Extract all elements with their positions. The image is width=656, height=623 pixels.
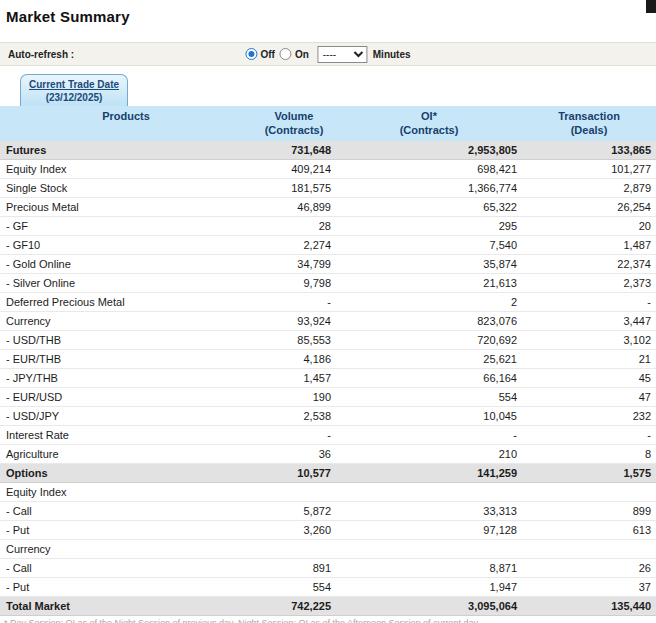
- table-row: - Put5541,94737: [0, 578, 656, 597]
- cell-volume: [252, 540, 336, 559]
- cell-deals: 47: [522, 388, 656, 407]
- auto-refresh-on-option[interactable]: On: [280, 48, 309, 60]
- page-title: Market Summary: [6, 8, 648, 25]
- cell-volume: 731,648: [252, 141, 336, 160]
- cell-product: - USD/THB: [0, 331, 252, 350]
- cell-deals: 613: [522, 521, 656, 540]
- cell-oi: 1,947: [336, 578, 522, 597]
- cell-product: Precious Metal: [0, 198, 252, 217]
- cell-oi: 97,128: [336, 521, 522, 540]
- cell-oi: 210: [336, 445, 522, 464]
- cell-deals: 26: [522, 559, 656, 578]
- cell-oi: 2: [336, 293, 522, 312]
- table-row: Currency: [0, 540, 656, 559]
- cell-volume: 409,214: [252, 160, 336, 179]
- cell-oi: 141,259: [336, 464, 522, 483]
- table-header-row: ProductsVolume(Contracts)OI*(Contracts)T…: [0, 106, 656, 141]
- cell-oi: 823,076: [336, 312, 522, 331]
- cell-volume: [252, 483, 336, 502]
- auto-refresh-off-label: Off: [260, 49, 274, 60]
- cell-volume: 181,575: [252, 179, 336, 198]
- table-row: - Call5,87233,313899: [0, 502, 656, 521]
- table-row: Currency93,924823,0763,447: [0, 312, 656, 331]
- auto-refresh-on-radio[interactable]: [280, 48, 292, 60]
- cell-volume: -: [252, 426, 336, 445]
- cell-oi: 295: [336, 217, 522, 236]
- cell-deals: 26,254: [522, 198, 656, 217]
- cell-deals: 20: [522, 217, 656, 236]
- cell-deals: 899: [522, 502, 656, 521]
- cell-product: - EUR/USD: [0, 388, 252, 407]
- cell-product: - Call: [0, 559, 252, 578]
- cell-deals: 2,879: [522, 179, 656, 198]
- cell-volume: 1,457: [252, 369, 336, 388]
- cell-volume: 10,577: [252, 464, 336, 483]
- cell-product: Interest Rate: [0, 426, 252, 445]
- cell-product: Options: [0, 464, 252, 483]
- column-header: OI*(Contracts): [336, 106, 522, 141]
- table-row: - USD/JPY2,53810,045232: [0, 407, 656, 426]
- table-body: Futures731,6482,953,805133,865Equity Ind…: [0, 141, 656, 616]
- cell-volume: 891: [252, 559, 336, 578]
- auto-refresh-label: Auto-refresh :: [8, 49, 74, 60]
- title-bar: Market Summary: [0, 0, 656, 42]
- minutes-select[interactable]: ----: [318, 46, 368, 63]
- table-row: Deferred Precious Metal-2-: [0, 293, 656, 312]
- corner-icon: [646, 0, 656, 13]
- table-row: - USD/THB85,553720,6923,102: [0, 331, 656, 350]
- cell-product: - GF10: [0, 236, 252, 255]
- table-row: Options10,577141,2591,575: [0, 464, 656, 483]
- cell-deals: [522, 540, 656, 559]
- cell-volume: 46,899: [252, 198, 336, 217]
- cell-oi: -: [336, 426, 522, 445]
- cell-volume: 190: [252, 388, 336, 407]
- table-row: Single Stock181,5751,366,7742,879: [0, 179, 656, 198]
- cell-oi: 35,874: [336, 255, 522, 274]
- cell-deals: [522, 483, 656, 502]
- table-row: - GF102,2747,5401,487: [0, 236, 656, 255]
- auto-refresh-off-radio[interactable]: [245, 48, 257, 60]
- cell-deals: -: [522, 426, 656, 445]
- cell-oi: 21,613: [336, 274, 522, 293]
- cell-volume: 742,225: [252, 597, 336, 616]
- cell-product: Deferred Precious Metal: [0, 293, 252, 312]
- cell-deals: 101,277: [522, 160, 656, 179]
- cell-oi: 2,953,805: [336, 141, 522, 160]
- cell-oi: 8,871: [336, 559, 522, 578]
- cell-deals: 45: [522, 369, 656, 388]
- cell-oi: 66,164: [336, 369, 522, 388]
- cell-volume: 9,798: [252, 274, 336, 293]
- cell-volume: 2,274: [252, 236, 336, 255]
- cell-volume: -: [252, 293, 336, 312]
- cell-deals: 135,440: [522, 597, 656, 616]
- cell-volume: 93,924: [252, 312, 336, 331]
- cell-volume: 2,538: [252, 407, 336, 426]
- column-header: Transaction(Deals): [522, 106, 656, 141]
- cell-volume: 5,872: [252, 502, 336, 521]
- cell-oi: 720,692: [336, 331, 522, 350]
- cell-volume: 554: [252, 578, 336, 597]
- table-row: - Gold Online34,79935,87422,374: [0, 255, 656, 274]
- auto-refresh-off-option[interactable]: Off: [245, 48, 274, 60]
- cell-deals: -: [522, 293, 656, 312]
- tab-current-trade-date[interactable]: Current Trade Date (23/12/2025): [20, 74, 128, 106]
- cell-deals: 2,373: [522, 274, 656, 293]
- cell-deals: 37: [522, 578, 656, 597]
- cell-oi: 1,366,774: [336, 179, 522, 198]
- cell-deals: 1,487: [522, 236, 656, 255]
- cell-product: - Put: [0, 521, 252, 540]
- cell-oi: 65,322: [336, 198, 522, 217]
- cell-volume: 28: [252, 217, 336, 236]
- auto-refresh-bar: Auto-refresh : Off On ---- Minutes: [0, 42, 656, 66]
- cell-volume: 34,799: [252, 255, 336, 274]
- cell-product: - Put: [0, 578, 252, 597]
- auto-refresh-controls: Off On ---- Minutes: [245, 46, 410, 63]
- cell-product: - Silver Online: [0, 274, 252, 293]
- minutes-label: Minutes: [373, 49, 411, 60]
- cell-deals: 3,447: [522, 312, 656, 331]
- footnote: * Day Session: OI as of the Night Sessio…: [0, 616, 656, 623]
- table-row: - EUR/THB4,18625,62121: [0, 350, 656, 369]
- cell-product: Futures: [0, 141, 252, 160]
- cell-volume: 4,186: [252, 350, 336, 369]
- cell-deals: 22,374: [522, 255, 656, 274]
